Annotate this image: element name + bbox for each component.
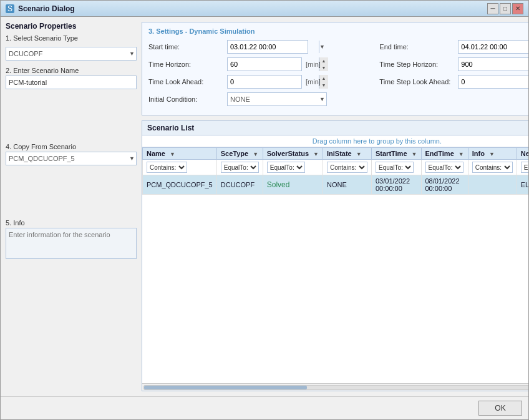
end-time-label: End time: xyxy=(379,43,454,51)
endtime-filter-icon: ▼ xyxy=(459,151,464,157)
filter-name-select[interactable]: Contains: xyxy=(147,162,187,173)
col-info[interactable]: Info ▼ xyxy=(468,148,517,160)
scenario-name-input[interactable] xyxy=(6,76,137,89)
close-button[interactable]: ✕ xyxy=(512,3,523,14)
time-step-look-ahead-field[interactable] xyxy=(459,77,528,86)
col-inistate[interactable]: IniState ▼ xyxy=(323,148,371,160)
solverstatus-filter-icon: ▼ xyxy=(313,151,319,157)
start-time-input[interactable]: ▼ xyxy=(227,40,308,54)
cell-starttime: 03/01/2022 00:00:00 xyxy=(371,175,421,195)
copy-from-arrow-icon: ▼ xyxy=(129,155,135,162)
horizontal-scrollbar[interactable] xyxy=(142,383,528,391)
end-time-input[interactable]: ▼ xyxy=(458,40,528,54)
inistate-filter-icon: ▼ xyxy=(356,151,362,157)
step5-label: 5. Info xyxy=(6,219,137,227)
window-controls: ─ □ ✕ xyxy=(487,3,523,14)
start-time-arrow-icon[interactable]: ▼ xyxy=(319,41,325,53)
filter-starttime: EqualTo: xyxy=(371,160,421,175)
solved-status: Solved xyxy=(267,180,290,189)
start-time-group: Start time: ▼ xyxy=(148,40,374,54)
scenario-list-title: Scenario List xyxy=(142,121,528,135)
starttime-filter-icon: ▼ xyxy=(412,151,417,157)
initial-condition-label: Initial Condition: xyxy=(148,95,223,103)
col-nettype[interactable]: NetType ▼ xyxy=(517,148,528,160)
scrollbar-thumb xyxy=(144,386,307,389)
cell-endtime: 08/01/2022 00:00:00 xyxy=(421,175,468,195)
time-step-horizon-label: Time Step Horizon: xyxy=(379,61,454,68)
cell-scetype: DCUCOPF xyxy=(216,175,263,195)
dropdown-arrow-icon: ▼ xyxy=(129,51,135,57)
right-panel: 3. Settings - Dynamic Simulation Start t… xyxy=(142,22,528,391)
cell-info xyxy=(468,175,517,195)
table-header-row: Name ▼ SceType ▼ SolverStatus ▼ IniState… xyxy=(143,148,529,160)
scenario-list-section: Scenario List Drag column here to group … xyxy=(142,120,528,391)
copy-from-select[interactable]: PCM_QDCUCOPF_5 xyxy=(9,155,124,162)
time-step-horizon-field[interactable] xyxy=(459,60,528,69)
info-textarea[interactable] xyxy=(6,228,137,259)
filter-inistate-select[interactable]: Contains: xyxy=(327,162,367,173)
filter-name: Contains: xyxy=(143,160,217,175)
end-time-field[interactable] xyxy=(459,42,528,51)
copy-from-dropdown[interactable]: PCM_QDCUCOPF_5 ▼ xyxy=(6,152,137,165)
scenario-table: Name ▼ SceType ▼ SolverStatus ▼ IniState… xyxy=(142,147,528,195)
settings-title: 3. Settings - Dynamic Simulation xyxy=(148,27,528,35)
filter-endtime-select[interactable]: EqualTo: xyxy=(425,162,463,173)
scenario-type-dropdown[interactable]: DCUCOPF ▼ xyxy=(6,47,137,61)
ok-button[interactable]: OK xyxy=(478,401,522,416)
col-solverstatus[interactable]: SolverStatus ▼ xyxy=(263,148,323,160)
filter-endtime: EqualTo: xyxy=(421,160,468,175)
start-time-label: Start time: xyxy=(148,43,223,51)
initial-condition-row: Initial Condition: NONE ▼ xyxy=(148,92,528,106)
table-container: Name ▼ SceType ▼ SolverStatus ▼ IniState… xyxy=(142,147,528,383)
step1-label: 1. Select Scenario Type xyxy=(6,34,137,42)
step4-label: 4. Copy From Scenario xyxy=(6,143,137,150)
step2-label: 2. Enter Scenario Name xyxy=(6,67,137,74)
look-ahead-row: Time Look Ahead: ▲ ▼ [min] Time Step Loo… xyxy=(148,75,528,89)
filter-scetype: EqualTo: xyxy=(216,160,263,175)
name-filter-icon: ▼ xyxy=(170,151,175,157)
time-look-ahead-label: Time Look Ahead: xyxy=(148,78,223,85)
filter-nettype-select[interactable]: EqualTo: xyxy=(521,162,528,173)
time-step-horizon-spin[interactable]: ▲ ▼ xyxy=(458,57,528,71)
content-area: Scenario Properties 1. Select Scenario T… xyxy=(1,17,528,396)
filter-info: Contains: xyxy=(468,160,517,175)
time-horizon-spin[interactable]: ▲ ▼ xyxy=(227,57,302,71)
left-panel: Scenario Properties 1. Select Scenario T… xyxy=(6,22,137,391)
info-filter-icon: ▼ xyxy=(489,151,495,157)
filter-info-select[interactable]: Contains: xyxy=(472,162,513,173)
initial-condition-dropdown[interactable]: NONE ▼ xyxy=(227,92,327,106)
scenario-dialog-window: S Scenario Dialog ─ □ ✕ Scenario Propert… xyxy=(0,0,529,420)
bottom-bar: OK xyxy=(1,396,528,419)
scrollbar-track xyxy=(143,385,528,390)
minimize-button[interactable]: ─ xyxy=(487,3,498,14)
cell-inistate: NONE xyxy=(323,175,371,195)
properties-title: Scenario Properties xyxy=(6,22,137,31)
filter-inistate: Contains: xyxy=(323,160,371,175)
start-time-field[interactable] xyxy=(228,42,319,51)
restore-button[interactable]: □ xyxy=(500,3,511,14)
time-look-ahead-spin[interactable]: ▲ ▼ xyxy=(227,75,302,89)
time-look-ahead-group: Time Look Ahead: ▲ ▼ [min] xyxy=(148,75,374,89)
col-starttime[interactable]: StartTime ▼ xyxy=(371,148,421,160)
col-endtime[interactable]: EndTime ▼ xyxy=(421,148,468,160)
time-look-ahead-unit: [min] xyxy=(306,78,328,85)
filter-solverstatus: EqualTo: xyxy=(263,160,323,175)
window-icon: S xyxy=(6,4,14,13)
initial-condition-select[interactable]: NONE xyxy=(228,95,326,103)
drag-hint: Drag column here to group by this column… xyxy=(142,135,528,147)
window-title: Scenario Dialog xyxy=(18,4,487,13)
cell-nettype: ELECTRIC xyxy=(517,175,528,195)
settings-box: 3. Settings - Dynamic Simulation Start t… xyxy=(142,22,528,115)
col-scetype[interactable]: SceType ▼ xyxy=(216,148,263,160)
filter-solverstatus-select[interactable]: EqualTo: xyxy=(267,162,305,173)
filter-nettype: EqualTo: xyxy=(517,160,528,175)
filter-row: Contains: EqualTo: EqualTo: Contains: Eq… xyxy=(143,160,529,175)
table-row[interactable]: PCM_QDCUCOPF_5 DCUCOPF Solved NONE 03/01… xyxy=(143,175,529,195)
scenario-type-select[interactable]: DCUCOPF xyxy=(9,50,124,57)
end-time-group: End time: ▼ xyxy=(379,40,528,54)
col-name[interactable]: Name ▼ xyxy=(143,148,217,160)
time-step-look-ahead-spin[interactable]: ▲ ▼ xyxy=(458,75,528,89)
filter-starttime-select[interactable]: EqualTo: xyxy=(376,162,414,173)
horizon-row: Time Horizon: ▲ ▼ [min] Time Step Horizo… xyxy=(148,57,528,71)
filter-scetype-select[interactable]: EqualTo: xyxy=(221,162,259,173)
